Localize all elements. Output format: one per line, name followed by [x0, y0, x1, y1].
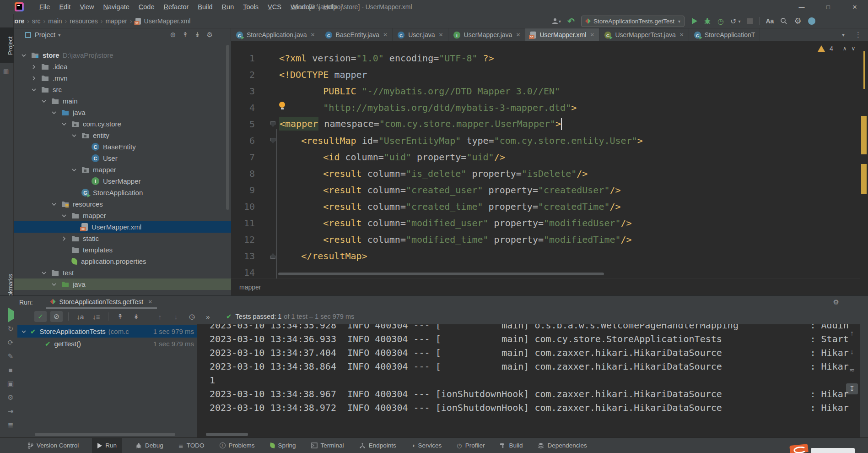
hide-panel-icon[interactable]: — — [219, 31, 226, 39]
fold-end-icon[interactable] — [270, 253, 275, 259]
tree-item-test[interactable]: test — [14, 267, 231, 278]
chevron-down-icon[interactable] — [61, 213, 67, 218]
show-passed-toggle-icon[interactable]: ✓ — [34, 311, 47, 322]
close-icon[interactable]: ✕ — [311, 32, 315, 38]
tree-item-java[interactable]: java — [14, 278, 231, 290]
run-tab[interactable]: StoreApplicationTests.getTest ✕ — [46, 296, 157, 309]
run-button[interactable] — [692, 18, 697, 24]
menu-tools[interactable]: Tools — [238, 0, 263, 14]
chevron-down-icon[interactable] — [41, 98, 47, 104]
sort-by-duration-icon[interactable]: ↓≡ — [90, 311, 102, 322]
statusbar-debug[interactable]: Debug — [134, 438, 165, 453]
commit-folder-icon[interactable]: ▥ — [3, 68, 9, 75]
tab-baseentity-java[interactable]: CBaseEntity.java✕ — [320, 28, 393, 41]
warning-mark[interactable] — [863, 51, 865, 89]
console-scrollbar[interactable] — [206, 433, 248, 436]
code-line-14[interactable]: 14 — [231, 264, 860, 278]
menu-edit[interactable]: Edit — [54, 0, 75, 14]
chevron-down-icon[interactable]: ▾ — [58, 33, 60, 38]
tree-item-storeapplication[interactable]: GStoreApplication — [14, 187, 231, 198]
user-icon[interactable]: ▾ — [551, 17, 561, 25]
breadcrumb-item-usermapper-xml[interactable]: UserMapper.xml — [144, 17, 191, 25]
tree-item-src[interactable]: src — [14, 84, 231, 95]
expand-all-icon[interactable]: ↟ — [182, 31, 188, 39]
code-line-10[interactable]: 10 <result column="created_time" propert… — [231, 198, 860, 215]
editor-error-stripe[interactable] — [860, 41, 868, 295]
tree-item-store[interactable]: storeD:\javaProj\store — [14, 49, 231, 61]
menu-refactor[interactable]: Refactor — [159, 0, 194, 14]
toggle-auto-test-button[interactable]: ⟳ — [8, 338, 14, 347]
breadcrumb-item-main[interactable]: main — [48, 17, 62, 25]
tab-usermapper-xml[interactable]: UserMapper.xml✕ — [525, 28, 599, 41]
code-line-11[interactable]: 11 <result column="modified_user" proper… — [231, 215, 860, 231]
tree-item-mapper[interactable]: mapper — [14, 210, 231, 221]
statusbar-run[interactable]: Run — [92, 438, 122, 453]
chevron-down-icon[interactable] — [71, 133, 77, 138]
statusbar-problems[interactable]: !Problems — [218, 438, 257, 453]
settings-button[interactable]: ⚙ — [7, 393, 13, 402]
code-line-12[interactable]: 12 <result column="modified_time" proper… — [231, 231, 860, 248]
breadcrumb-item-mapper[interactable]: mapper — [105, 17, 127, 25]
menu-view[interactable]: View — [75, 0, 98, 14]
chevron-right-icon[interactable] — [61, 236, 67, 241]
test-history-icon[interactable]: ◷ — [186, 311, 198, 322]
tree-item-resources[interactable]: resources — [14, 198, 231, 210]
tree-item-main[interactable]: main — [14, 95, 231, 107]
dump-threads-button[interactable]: ▣ — [7, 380, 14, 388]
panel-settings-gear-icon[interactable]: ⚙ — [833, 298, 839, 306]
tree-item-templates[interactable]: templates — [14, 244, 231, 256]
chevron-down-icon[interactable] — [71, 167, 77, 173]
code-line-8[interactable]: 8 <result column="is_delete" property="i… — [231, 165, 860, 182]
close-icon[interactable]: ✕ — [383, 32, 388, 38]
debug-button[interactable] — [704, 17, 711, 25]
show-ignored-toggle-icon[interactable]: ⊘ — [50, 311, 63, 322]
run-configuration-select[interactable]: StoreApplicationTests.getTest ▾ — [581, 16, 685, 27]
tree-item-java[interactable]: java — [14, 107, 231, 118]
tree-item-entity[interactable]: entity — [14, 130, 231, 141]
code-line-6[interactable]: 6 <resultMap id="UserEntityMap" type="co… — [231, 132, 860, 149]
sort-alphabetically-icon[interactable]: ↓a — [74, 311, 86, 322]
statusbar-endpoints[interactable]: Endpoints — [357, 438, 398, 453]
statusbar-profiler[interactable]: ◷Profiler — [455, 438, 486, 453]
tab-usermapper-java[interactable]: IUserMapper.java✕ — [448, 28, 526, 41]
edit-configuration-button[interactable]: ✎ — [8, 352, 14, 361]
locate-file-icon[interactable]: ⊕ — [170, 31, 176, 39]
profiler-button[interactable]: ↺▾ — [730, 17, 740, 26]
test-tree-scrollbar[interactable] — [35, 433, 175, 436]
tree-item--mvn[interactable]: .mvn — [14, 72, 231, 84]
close-icon[interactable]: ✕ — [679, 32, 684, 38]
tree-item-user[interactable]: CUser — [14, 153, 231, 164]
chevron-down-icon[interactable] — [31, 87, 37, 93]
statusbar-dependencies[interactable]: Dependencies — [536, 438, 588, 453]
hide-panel-icon[interactable]: — — [851, 298, 858, 306]
statusbar-services[interactable]: ◑Services — [410, 438, 444, 453]
code-line-9[interactable]: 9 <result column="created_user" property… — [231, 182, 860, 198]
warning-mark[interactable] — [861, 164, 867, 194]
statusbar-todo[interactable]: ≣TODO — [177, 438, 206, 453]
tab-storeapplication-java[interactable]: GStoreApplication.java✕ — [231, 28, 320, 41]
breadcrumb-item-resources[interactable]: resources — [70, 17, 97, 25]
tree-item-usermapper[interactable]: IUserMapper — [14, 175, 231, 187]
previous-occurrence-icon[interactable]: ↑ — [154, 311, 166, 322]
tree-item--idea[interactable]: .idea — [14, 61, 231, 72]
rerun-failed-tests-button[interactable]: ↻ — [8, 325, 14, 333]
tree-item-static[interactable]: static — [14, 233, 231, 244]
chevron-down-icon[interactable] — [21, 53, 27, 58]
tree-item-baseentity[interactable]: CBaseEntity — [14, 141, 231, 153]
chevron-down-icon[interactable] — [51, 110, 57, 115]
code-line-5[interactable]: 5<mapper namespace="com.cy.store.mapper.… — [231, 116, 860, 132]
tree-item-com-cy-store[interactable]: com.cy.store — [14, 118, 231, 130]
import-tests-button[interactable]: ⇥ — [8, 407, 14, 416]
close-button[interactable]: ✕ — [841, 0, 868, 14]
tab-storeapplicationt[interactable]: GStoreApplicationT — [689, 28, 760, 41]
chevron-down-icon[interactable] — [61, 121, 67, 127]
code-editor[interactable]: 4 ∧ ∨ 1<?xml version="1.0" encoding="UTF… — [231, 41, 860, 278]
statusbar-build[interactable]: Build — [498, 438, 524, 453]
collapse-all-icon[interactable]: ↡ — [130, 311, 142, 322]
rerun-button[interactable] — [8, 311, 14, 320]
close-icon[interactable]: ✕ — [590, 32, 594, 38]
kebab-menu-icon[interactable]: ⋮ — [855, 31, 862, 39]
code-line-3[interactable]: 3 PUBLIC "-//mybatis.org//DTD Mapper 3.0… — [231, 83, 860, 99]
translate-icon[interactable]: Aa — [766, 17, 774, 25]
stop-button[interactable]: ■ — [8, 366, 12, 375]
